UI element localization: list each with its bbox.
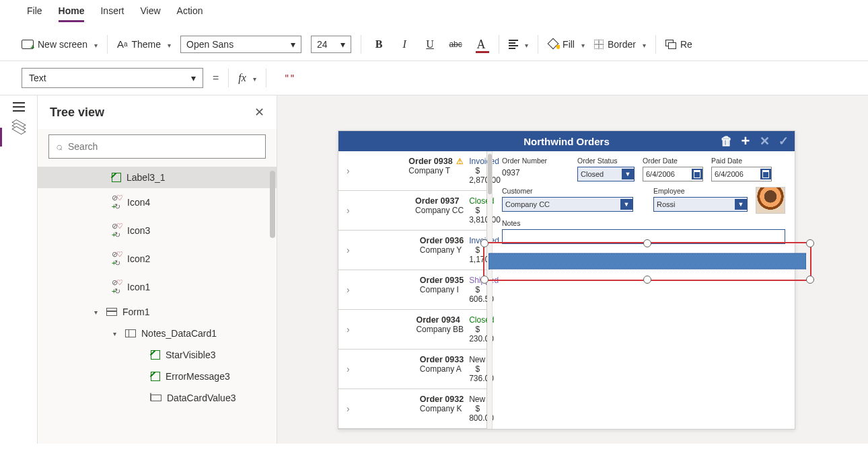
menu-action[interactable]: Action [177, 5, 203, 22]
tree-item-label3_1[interactable]: Label3_1 [38, 167, 277, 188]
order-status: Closed [469, 196, 480, 206]
tree-item-icon2[interactable]: ⊘♡+↻Icon2 [38, 245, 277, 273]
menu-view[interactable]: View [140, 5, 160, 22]
employee-select[interactable]: Rossi▼ [653, 197, 748, 212]
resize-handle-nw[interactable] [480, 239, 489, 247]
search-input[interactable] [68, 141, 258, 152]
label-icon [112, 173, 121, 182]
order-status-select[interactable]: Closed▼ [577, 167, 635, 181]
trash-icon[interactable]: 🗑 [721, 135, 733, 147]
tree-item-notes_datacard1[interactable]: ▾Notes_DataCard1 [38, 323, 277, 344]
close-icon[interactable]: ✕ [254, 105, 264, 120]
order-row[interactable]: Order 0937Closed›Company CC$ 3,810.00 [338, 191, 486, 231]
list-scrollbar[interactable] [487, 151, 493, 429]
hamburger-icon[interactable] [13, 102, 25, 112]
form-icon [106, 308, 117, 316]
tree-item-starvisible3[interactable]: StarVisible3 [38, 344, 277, 366]
tree-item-label: DataCardValue3 [167, 393, 236, 403]
chevron-down-icon: ▾ [340, 39, 345, 50]
resize-handle-s[interactable] [643, 276, 651, 284]
font-color-button[interactable]: A [473, 38, 489, 52]
reorder-label: Re [680, 39, 692, 50]
menu-insert[interactable]: Insert [100, 5, 124, 22]
resize-handle-ne[interactable] [806, 239, 814, 247]
order-id: Order 0936 [420, 236, 464, 245]
tree-item-label: StarVisible3 [166, 350, 215, 360]
border-button[interactable]: Border [594, 39, 646, 50]
formula-input[interactable]: "" [284, 73, 295, 83]
selected-label-control[interactable] [489, 253, 806, 270]
tree-item-icon1[interactable]: ⊘♡+↻Icon1 [38, 273, 277, 301]
label-icon [151, 350, 160, 360]
scrollbar-thumb[interactable] [270, 171, 275, 238]
order-amount: $ 606.50 [469, 285, 480, 304]
screen-icon [22, 40, 34, 49]
bold-button[interactable]: B [371, 38, 387, 50]
divider [655, 35, 656, 54]
menu-file[interactable]: File [27, 5, 42, 22]
order-row[interactable]: Order 0932New›Company K$ 800.00 [338, 389, 486, 429]
order-company: Company CC [415, 206, 464, 225]
order-date-input[interactable]: 6/4/2006 [643, 167, 703, 181]
order-date-value: 6/4/2006 [646, 170, 675, 178]
cancel-icon[interactable]: ✕ [758, 135, 770, 147]
ribbon: New screen Aa Theme Open Sans▾ 24▾ B I U… [0, 28, 868, 61]
font-size-select[interactable]: 24▾ [311, 36, 351, 53]
divider [538, 35, 538, 54]
size-value: 24 [317, 39, 328, 50]
tree-item-errormessage3[interactable]: ErrorMessage3 [38, 366, 277, 387]
order-company: Company BB [416, 325, 464, 343]
textinput-icon [151, 395, 161, 401]
employee-label: Employee [653, 187, 748, 195]
paid-date-input[interactable]: 6/4/2006 [711, 167, 772, 181]
canvas[interactable]: Northwind Orders 🗑 + ✕ ✓ Order 0938 ⚠Inv… [277, 95, 868, 444]
resize-handle-se[interactable] [806, 276, 814, 284]
tree-item-icon4[interactable]: ⊘♡+↻Icon4 [38, 188, 277, 216]
order-id: Order 0932 [420, 395, 464, 404]
fill-button[interactable]: Fill [548, 39, 585, 50]
tree-item-datacardvalue3[interactable]: DataCardValue3 [38, 387, 277, 409]
order-row[interactable]: Order 0938 ⚠Invoiced›Company T$ 2,870.00 [338, 151, 486, 191]
fx-button[interactable]: fx [238, 72, 256, 84]
align-button[interactable] [509, 39, 528, 50]
check-icon[interactable]: ✓ [777, 135, 789, 147]
tree-item-form1[interactable]: ▾Form1 [38, 301, 277, 323]
order-row[interactable]: Order 0934Closed›Company BB$ 230.00 [338, 310, 486, 350]
selection-overlay[interactable] [483, 242, 811, 281]
property-select[interactable]: Text▾ [22, 68, 203, 88]
order-detail: Order Number0937 Order StatusClosed▼ Ord… [493, 151, 795, 429]
main-area: Tree view ✕ Label3_1⊘♡+↻Icon4⊘♡+↻Icon3⊘♡… [0, 95, 868, 444]
resize-handle-sw[interactable] [480, 276, 489, 284]
menu-home[interactable]: Home [59, 5, 85, 22]
tree-search[interactable] [48, 134, 266, 159]
reorder-button[interactable]: Re [665, 39, 692, 50]
order-row[interactable]: Order 0936Invoiced›Company Y$ 1,170.00 [338, 231, 486, 270]
employee-value: Rossi [657, 200, 676, 208]
chevron-right-icon: › [347, 395, 414, 423]
font-select[interactable]: Open Sans▾ [180, 36, 301, 53]
order-status: New [469, 395, 480, 404]
titlebar-actions: 🗑 + ✕ ✓ [721, 135, 789, 147]
underline-button[interactable]: U [422, 38, 438, 50]
order-amount: $ 800.00 [469, 404, 480, 423]
customer-value: Company CC [505, 200, 550, 208]
order-company: Company I [420, 285, 464, 304]
tree-item-icon3[interactable]: ⊘♡+↻Icon3 [38, 216, 277, 245]
theme-button[interactable]: Aa Theme [117, 38, 171, 50]
divider [107, 35, 108, 54]
chevron-down-icon: ▾ [191, 73, 196, 83]
chevron-right-icon: › [347, 236, 414, 264]
order-row[interactable]: Order 0933New›Company A$ 736.00 [338, 350, 486, 389]
resize-handle-n[interactable] [643, 239, 651, 247]
plus-icon[interactable]: + [739, 135, 752, 147]
fx-label: fx [238, 72, 246, 84]
customer-select[interactable]: Company CC▼ [502, 197, 633, 212]
tree-view-icon[interactable] [12, 122, 26, 133]
order-row[interactable]: Order 0935Shipped›Company I$ 606.50 [338, 270, 486, 310]
new-screen-button[interactable]: New screen [22, 39, 98, 50]
tree-item-label: Icon1 [127, 282, 150, 292]
chevron-down-icon [165, 39, 171, 50]
property-value: Text [29, 73, 46, 83]
italic-button[interactable]: I [396, 38, 412, 50]
strikethrough-button[interactable]: abc [447, 40, 464, 49]
